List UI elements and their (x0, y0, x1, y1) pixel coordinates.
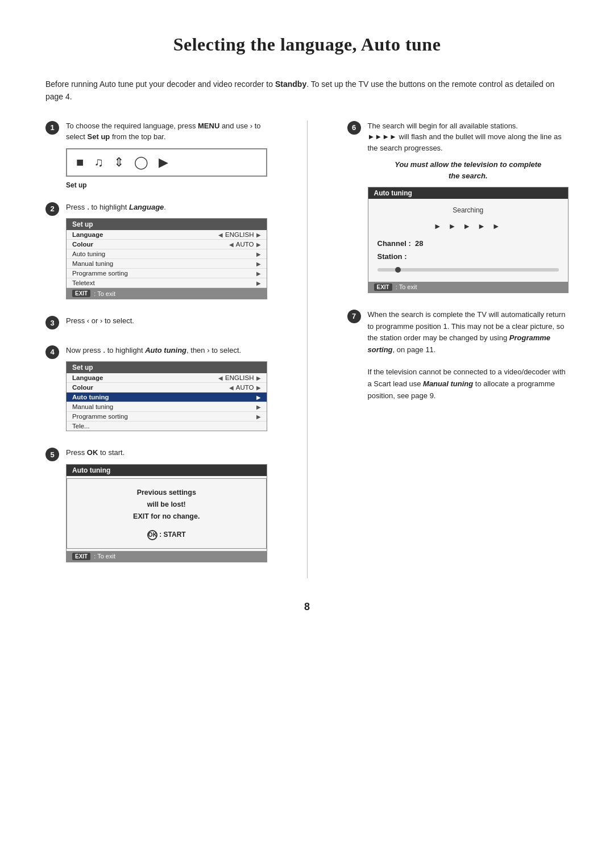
autotuning-arrow-icon: ▶ (256, 251, 261, 257)
arrow-right-3-icon: ▶ (256, 375, 261, 381)
step-2-content: Press ․ to highlight Language. Set up La… (66, 202, 267, 303)
search-arrows: ► ► ► ► ► (377, 219, 559, 233)
step-4-content: Now press ․ to highlight Auto tuning, th… (66, 345, 267, 435)
menu-1-row-colour: Colour ◀ AUTO ▶ (67, 240, 267, 249)
step-1-text: To choose the required language, press M… (66, 120, 267, 143)
step-2-block: 2 Press ․ to highlight Language. Set up … (45, 202, 267, 303)
right-column: 6 The search will begin for all availabl… (347, 120, 569, 578)
tv-icon: ■ (76, 155, 84, 170)
at2-exit-bar: EXIT : To exit (67, 551, 267, 562)
settings-icon: ⇕ (114, 155, 124, 170)
intro-text: Before running Auto tune put your decode… (45, 78, 557, 103)
arrow-right-2-icon: ▶ (256, 241, 261, 248)
menu-2-row-tele: Tele... (67, 422, 267, 431)
menu-2-row-sorting: Programme sorting ▶ (67, 412, 267, 422)
step-3-number: 3 (45, 316, 59, 329)
menu-1-row-language: Language ◀ ENGLISH ▶ (67, 230, 267, 240)
at1-content: Searching ► ► ► ► ► Channel : 28 Station… (368, 199, 569, 282)
sorting-2-arrow-icon: ▶ (256, 414, 261, 420)
step-5-block: 5 Press OK to start. Auto tuning Previou… (45, 447, 267, 566)
step-7-text-1: When the search is complete the TV will … (368, 309, 569, 356)
colour-value: ◀ AUTO ▶ (229, 241, 261, 248)
left-column: 1 To choose the required language, press… (45, 120, 267, 578)
step-6-block: 6 The search will begin for all availabl… (347, 120, 569, 297)
at1-title: Auto tuning (368, 187, 569, 199)
sorting-label: Programme sorting (72, 270, 256, 277)
auto-tuning-search-screen: Auto tuning Searching ► ► ► ► ► Channel … (368, 187, 569, 293)
column-divider (307, 120, 308, 578)
setup-menu-1: Set up Language ◀ ENGLISH ▶ Colour (66, 218, 267, 299)
menu-2-row-manualtuning: Manual tuning ▶ (67, 402, 267, 412)
step-5-content: Press OK to start. Auto tuning Previous … (66, 447, 267, 566)
step-5-text: Press OK to start. (66, 447, 267, 458)
step-3-block: 3 Press ‹ or › to select. (45, 315, 267, 332)
step-4-block: 4 Now press ․ to highlight Auto tuning, … (45, 345, 267, 435)
channel-station-info: Channel : 28 Station : (377, 237, 559, 264)
arrow-left-icon: ◀ (218, 232, 223, 238)
at2-title: Auto tuning (67, 465, 267, 476)
exit-button-2[interactable]: EXIT (374, 283, 392, 291)
exit-2-text: : To exit (396, 283, 417, 290)
menu-1-row-sorting: Programme sorting ▶ (67, 269, 267, 278)
menu-1-row-teletext: Teletext ▶ (67, 278, 267, 288)
sound-icon: ▶ (159, 155, 168, 170)
exit-button-3[interactable]: EXIT (72, 553, 90, 560)
step-6-number: 6 (347, 121, 361, 135)
autotuning-label: Auto tuning (72, 251, 256, 257)
setup-icons-box: ■ ♫ ⇕ ◯ ▶ (66, 148, 267, 177)
searching-text: Searching (377, 205, 559, 217)
step-7-content: When the search is complete the TV will … (368, 309, 569, 402)
language-label: Language (72, 231, 218, 238)
arrow-left-2-icon: ◀ (229, 241, 234, 248)
menu-2-row-autotuning-highlighted: Auto tuning ▶ (67, 393, 267, 402)
step-1-content: To choose the required language, press M… (66, 120, 267, 189)
arrow-right-icon: ▶ (256, 232, 261, 238)
menu-2-title: Set up (67, 362, 267, 373)
step-3-text: Press ‹ or › to select. (66, 315, 267, 327)
manualtuning-2-label: Manual tuning (72, 403, 256, 410)
autotuning-2-arrow-icon: ▶ (256, 394, 261, 400)
step-3-content: Press ‹ or › to select. (66, 315, 267, 332)
menu-1-title: Set up (67, 219, 267, 230)
prev-settings-box: Previous settings will be lost! EXIT for… (67, 478, 267, 549)
music-icon: ♫ (94, 155, 103, 170)
ok-circle-icon: OK (147, 530, 157, 540)
teletext-arrow-icon: ▶ (256, 280, 261, 286)
setup-label: Set up (66, 181, 267, 189)
main-content: 1 To choose the required language, press… (45, 120, 569, 578)
arrow-left-3-icon: ◀ (218, 375, 223, 381)
menu-1-exit-bar: EXIT : To exit (67, 288, 267, 299)
page-title: Selecting the language, Auto tune (45, 34, 569, 55)
autotuning-2-label: Auto tuning (72, 394, 256, 400)
exit-1-text: : To exit (94, 290, 115, 297)
step-4-number: 4 (45, 345, 59, 359)
step-5-number: 5 (45, 448, 59, 461)
arrow-right-4-icon: ▶ (256, 385, 261, 391)
language-2-value: ◀ ENGLISH ▶ (218, 374, 261, 381)
menu-1-row-autotuning: Auto tuning ▶ (67, 249, 267, 259)
sorting-arrow-icon: ▶ (256, 270, 261, 277)
colour-label: Colour (72, 241, 229, 248)
page-number: 8 (45, 601, 569, 613)
step-7-text-2: If the television cannot be connected to… (368, 366, 569, 402)
setup-menu-2: Set up Language ◀ ENGLISH ▶ Colour (66, 361, 267, 431)
ok-start: OK : START (78, 529, 255, 540)
timer-icon: ◯ (134, 155, 148, 170)
colour-2-label: Colour (72, 384, 229, 391)
exit-button-1[interactable]: EXIT (72, 290, 90, 297)
step-6-content: The search will begin for all available … (368, 120, 569, 297)
menu-2-row-colour: Colour ◀ AUTO ▶ (67, 383, 267, 393)
colour-2-value: ◀ AUTO ▶ (229, 384, 261, 391)
tele-label: Tele... (72, 423, 261, 429)
step-1-block: 1 To choose the required language, press… (45, 120, 267, 189)
step-7-block: 7 When the search is complete the TV wil… (347, 309, 569, 402)
teletext-label: Teletext (72, 279, 256, 286)
manualtuning-2-arrow-icon: ▶ (256, 404, 261, 410)
progress-bar (377, 268, 559, 272)
step-6-text: The search will begin for all available … (368, 120, 569, 154)
step-1-number: 1 (45, 121, 59, 135)
at1-exit-bar: EXIT : To exit (368, 282, 569, 293)
exit-3-text: : To exit (94, 553, 115, 560)
sorting-2-label: Programme sorting (72, 413, 256, 420)
page: Selecting the language, Auto tune Before… (0, 0, 614, 868)
